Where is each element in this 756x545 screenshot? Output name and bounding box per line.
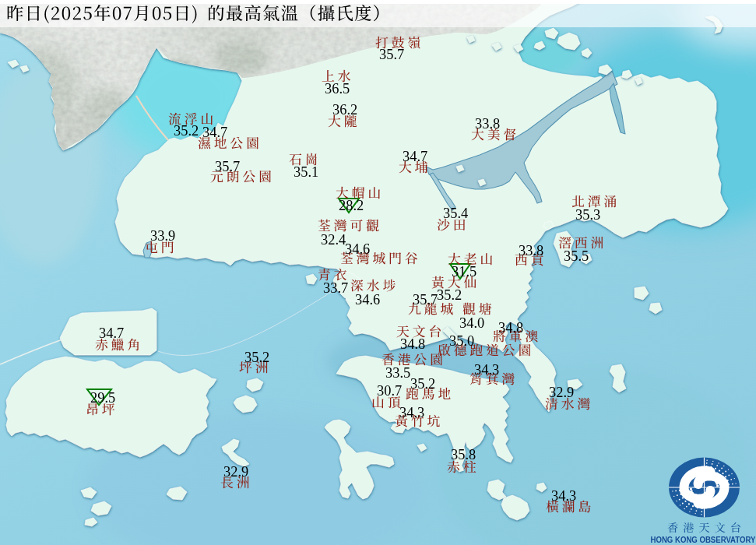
svg-text:34.3: 34.3 — [551, 488, 576, 504]
svg-text:34.8: 34.8 — [498, 320, 523, 336]
svg-text:35.2: 35.2 — [437, 287, 462, 303]
svg-text:33.5: 33.5 — [385, 365, 410, 381]
svg-text:32.9: 32.9 — [549, 385, 574, 400]
svg-text:35.4: 35.4 — [443, 206, 468, 221]
svg-text:34.6: 34.6 — [355, 292, 380, 308]
svg-text:35.7: 35.7 — [379, 47, 404, 62]
svg-text:35.7: 35.7 — [413, 292, 438, 308]
svg-text:34.6: 34.6 — [345, 241, 370, 257]
svg-text:HONG KONG OBSERVATORY: HONG KONG OBSERVATORY — [651, 534, 756, 545]
svg-text:34.7: 34.7 — [202, 125, 227, 140]
svg-text:35.7: 35.7 — [215, 159, 240, 174]
svg-text:33.7: 33.7 — [323, 280, 348, 296]
svg-text:34.7: 34.7 — [403, 149, 427, 164]
svg-text:35.8: 35.8 — [451, 447, 476, 462]
svg-text:30.7: 30.7 — [377, 383, 402, 399]
svg-text:36.2: 36.2 — [332, 102, 357, 118]
svg-text:33.8: 33.8 — [519, 243, 543, 258]
svg-text:34.8: 34.8 — [400, 336, 425, 352]
svg-text:34.7: 34.7 — [99, 325, 124, 341]
svg-text:35.0: 35.0 — [449, 333, 474, 349]
svg-text:35.2: 35.2 — [244, 350, 269, 365]
svg-text:35.2: 35.2 — [174, 123, 199, 139]
svg-text:33.8: 33.8 — [475, 116, 500, 132]
svg-text:32.9: 32.9 — [223, 464, 248, 480]
svg-text:35.3: 35.3 — [575, 207, 600, 223]
svg-text:35.2: 35.2 — [410, 376, 435, 392]
svg-text:34.3: 34.3 — [474, 362, 499, 378]
svg-text:33.9: 33.9 — [150, 228, 175, 244]
svg-text:34.3: 34.3 — [399, 405, 424, 420]
svg-text:29.5: 29.5 — [90, 390, 115, 406]
svg-text:32.4: 32.4 — [321, 232, 346, 248]
svg-text:31.5: 31.5 — [452, 264, 476, 280]
svg-text:28.2: 28.2 — [339, 198, 364, 213]
svg-text:35.5: 35.5 — [564, 248, 589, 264]
svg-text:34.0: 34.0 — [459, 315, 484, 331]
svg-text:35.1: 35.1 — [294, 164, 318, 180]
svg-text:36.5: 36.5 — [325, 81, 350, 97]
